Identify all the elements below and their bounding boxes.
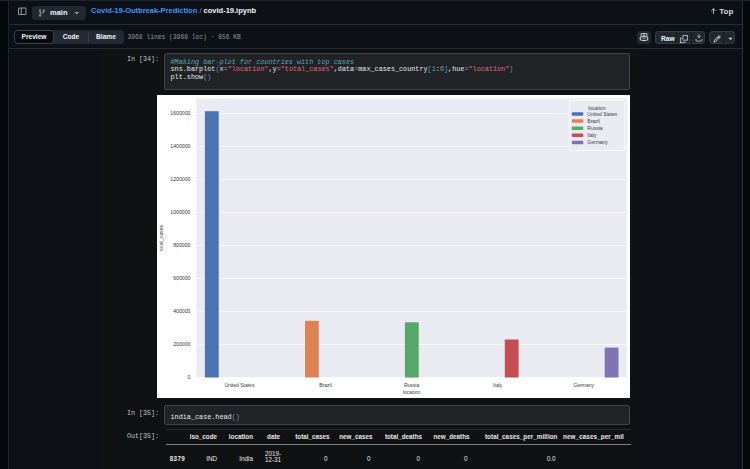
svg-text:0: 0 xyxy=(187,374,190,380)
svg-text:total_cases: total_cases xyxy=(158,224,164,251)
svg-text:Brazil: Brazil xyxy=(587,117,600,123)
svg-text:1600000: 1600000 xyxy=(170,110,190,116)
svg-text:Brazil: Brazil xyxy=(319,382,332,388)
svg-text:400000: 400000 xyxy=(173,308,190,314)
svg-text:600000: 600000 xyxy=(173,275,190,281)
svg-text:Germany: Germany xyxy=(587,139,608,145)
svg-text:Russia: Russia xyxy=(404,382,420,388)
svg-text:United States: United States xyxy=(224,382,255,388)
svg-text:Russia: Russia xyxy=(587,125,603,131)
svg-text:1400000: 1400000 xyxy=(170,143,190,149)
svg-text:1000000: 1000000 xyxy=(170,209,190,215)
svg-text:Italy: Italy xyxy=(587,132,597,138)
svg-text:Germany: Germany xyxy=(573,382,594,388)
svg-text:Italy: Italy xyxy=(493,382,503,388)
svg-text:800000: 800000 xyxy=(173,242,190,248)
svg-text:200000: 200000 xyxy=(173,341,190,347)
svg-text:1200000: 1200000 xyxy=(170,176,190,182)
svg-text:United States: United States xyxy=(587,110,618,116)
svg-text:location: location xyxy=(403,388,420,394)
